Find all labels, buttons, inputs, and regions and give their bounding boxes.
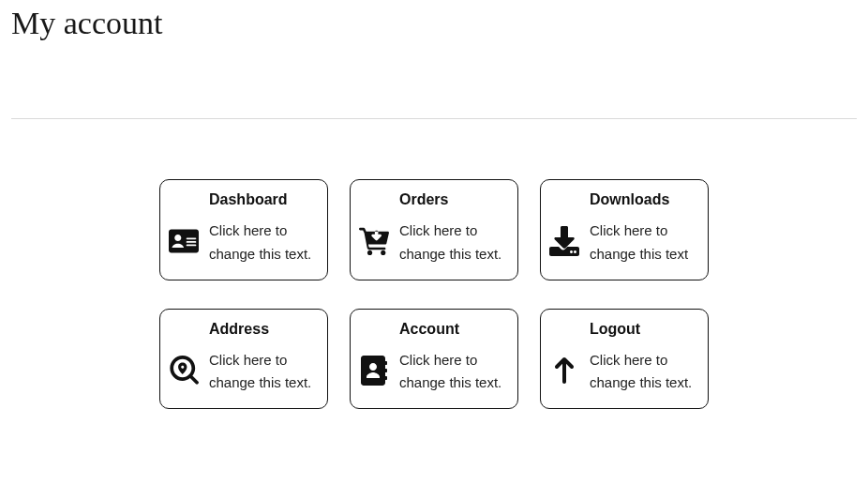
id-card-icon: [168, 225, 200, 257]
card-desc: Click here to change this text: [590, 220, 696, 266]
card-title: Account: [399, 321, 506, 338]
card-title: Downloads: [590, 191, 696, 208]
card-orders[interactable]: Orders Click here to change this text.: [350, 179, 518, 280]
location-search-icon: [168, 355, 200, 386]
card-title: Logout: [590, 321, 696, 338]
address-book-icon: [358, 355, 390, 386]
header-divider: [11, 118, 857, 119]
download-icon: [548, 225, 580, 257]
card-desc: Click here to change this text.: [209, 349, 316, 396]
card-desc: Click here to change this text.: [209, 220, 316, 266]
card-downloads[interactable]: Downloads Click here to change this text: [540, 179, 709, 280]
page-title: My account: [11, 6, 857, 41]
card-logout[interactable]: Logout Click here to change this text.: [540, 309, 709, 410]
cart-download-icon: [358, 225, 390, 257]
card-account[interactable]: Account Click here to change this text.: [350, 309, 518, 410]
account-cards-grid: Dashboard Click here to change this text…: [11, 179, 857, 409]
card-desc: Click here to change this text.: [399, 220, 506, 266]
card-desc: Click here to change this text.: [399, 349, 506, 396]
card-title: Orders: [399, 191, 506, 208]
card-title: Address: [209, 321, 316, 338]
arrow-up-icon: [548, 355, 580, 386]
card-desc: Click here to change this text.: [590, 349, 696, 396]
card-address[interactable]: Address Click here to change this text.: [159, 309, 328, 410]
card-title: Dashboard: [209, 191, 316, 208]
card-dashboard[interactable]: Dashboard Click here to change this text…: [159, 179, 328, 280]
